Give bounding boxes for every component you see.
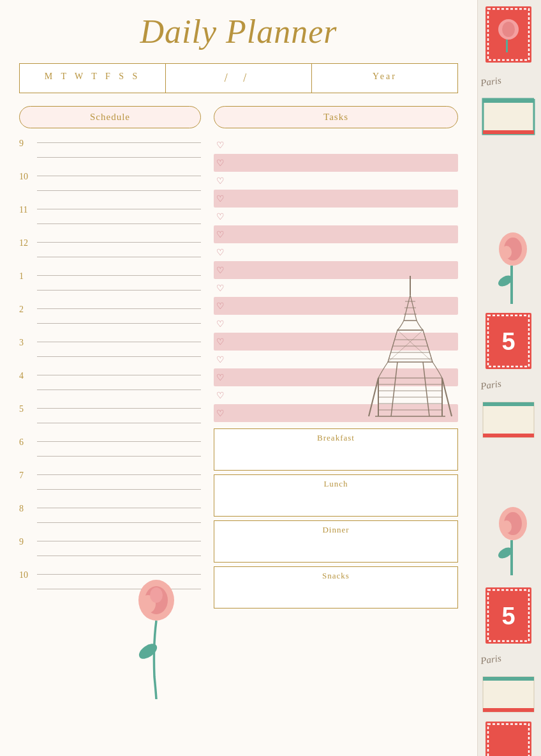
task-item-16: ♡: [214, 404, 458, 422]
time-6: 6: [19, 435, 37, 448]
snacks-content: [214, 582, 457, 608]
schedule-item-1: 1: [19, 269, 201, 302]
task-line-10: [230, 297, 458, 315]
time-line: [37, 142, 201, 143]
schedule-list: 9 10 11: [19, 136, 201, 601]
task-item-11: ♡: [214, 315, 458, 333]
heart-icon-4: ♡: [216, 193, 225, 204]
time-line: [37, 356, 201, 357]
heart-icon-16: ♡: [216, 408, 225, 419]
schedule-item-9: 9: [19, 136, 201, 169]
task-item-4: ♡: [214, 190, 458, 208]
svg-text:5: 5: [501, 603, 515, 630]
task-line-2: [230, 154, 458, 172]
task-item-8: ♡: [214, 261, 458, 279]
task-item-7: ♡: [214, 243, 458, 261]
date-row: M T W T F S S / / Year: [19, 63, 458, 93]
svg-point-24: [501, 520, 512, 533]
task-line-3: [230, 172, 458, 190]
svg-rect-33: [483, 708, 534, 712]
dinner-label: Dinner: [214, 521, 457, 536]
right-decorative-strip: Paris 5 Paris 5 Paris: [477, 0, 541, 756]
meal-section: Breakfast Lunch Dinner Snacks: [214, 428, 458, 609]
time-line: [37, 408, 201, 409]
task-item-12: ♡: [214, 333, 458, 351]
time-line: [37, 209, 201, 209]
svg-rect-9: [483, 130, 534, 134]
tasks-column: Tasks ♡ ♡ ♡: [214, 106, 458, 612]
task-line-12: [230, 333, 458, 351]
time-4: 4: [19, 368, 37, 381]
time-line: [37, 574, 201, 575]
task-item-15: ♡: [214, 386, 458, 404]
svg-rect-19: [483, 402, 534, 437]
heart-icon-2: ♡: [216, 158, 225, 169]
time-line: [37, 257, 201, 257]
tasks-area: ♡ ♡ ♡ ♡ ♡: [214, 136, 458, 422]
schedule-item-8pm: 8: [19, 501, 201, 534]
svg-rect-25: [510, 540, 513, 575]
svg-text:Paris: Paris: [479, 379, 502, 392]
task-item-13: ♡: [214, 351, 458, 368]
time-line: [37, 556, 201, 556]
lunch-box: Lunch: [214, 474, 458, 517]
time-line: [37, 242, 201, 243]
time-8pm: 8: [19, 501, 37, 514]
snacks-label: Snacks: [214, 567, 457, 582]
time-line: [37, 157, 201, 158]
task-item-3: ♡: [214, 172, 458, 190]
time-line: [37, 441, 201, 442]
time-line: [37, 389, 201, 390]
task-line-6: [230, 225, 458, 243]
schedule-item-5: 5: [19, 402, 201, 435]
task-line-8: [230, 261, 458, 279]
heart-icon-14: ♡: [216, 372, 225, 383]
snacks-box: Snacks: [214, 566, 458, 609]
date-separator: / /: [166, 64, 312, 93]
task-line-16: [230, 404, 458, 422]
time-line: [37, 275, 201, 276]
breakfast-content: [214, 444, 457, 470]
svg-rect-34: [485, 722, 531, 756]
time-line: [37, 375, 201, 375]
svg-rect-13: [510, 266, 513, 304]
heart-icon-12: ♡: [216, 336, 225, 347]
schedule-item-12: 12: [19, 236, 201, 269]
page-title: Daily Planner: [19, 13, 458, 50]
svg-point-3: [502, 22, 515, 37]
tasks-header: Tasks: [214, 106, 458, 128]
two-col-layout: Schedule 9 10 11: [19, 106, 458, 612]
schedule-item-2: 2: [19, 302, 201, 335]
time-line: [37, 176, 201, 176]
schedule-item-6: 6: [19, 435, 201, 468]
svg-text:Paris: Paris: [479, 653, 502, 667]
time-line: [37, 522, 201, 523]
heart-icon-8: ♡: [216, 265, 225, 276]
svg-rect-20: [483, 402, 534, 406]
time-line: [37, 323, 201, 324]
svg-point-12: [501, 246, 512, 259]
schedule-item-10pm: 10: [19, 568, 201, 601]
schedule-column: Schedule 9 10 11: [19, 106, 201, 612]
task-item-6: ♡: [214, 225, 458, 243]
heart-icon-1: ♡: [216, 140, 225, 151]
time-12: 12: [19, 236, 37, 248]
svg-rect-4: [506, 40, 508, 52]
svg-rect-21: [483, 434, 534, 437]
tasks-list: ♡ ♡ ♡ ♡ ♡: [214, 136, 458, 422]
time-line: [37, 489, 201, 490]
heart-icon-13: ♡: [216, 354, 225, 365]
schedule-item-11: 11: [19, 202, 201, 236]
time-11: 11: [19, 202, 37, 215]
schedule-item-10: 10: [19, 169, 201, 202]
heart-icon-6: ♡: [216, 229, 225, 240]
days-of-week: M T W T F S S: [20, 64, 166, 93]
time-9: 9: [19, 136, 37, 149]
task-line-7: [230, 243, 458, 261]
dinner-box: Dinner: [214, 520, 458, 563]
task-line-11: [230, 315, 458, 333]
task-item-5: ♡: [214, 208, 458, 225]
time-line: [37, 223, 201, 224]
task-line-5: [230, 208, 458, 225]
task-item-1: ♡: [214, 136, 458, 154]
